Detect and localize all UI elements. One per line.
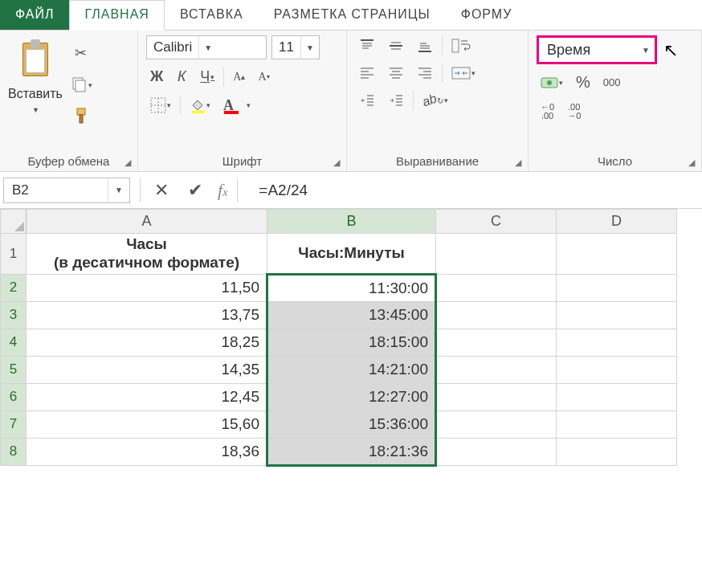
row-header-6[interactable]: 6 (1, 383, 27, 410)
row-header-1[interactable]: 1 (1, 234, 27, 275)
separator (237, 178, 238, 202)
cell-D3[interactable] (557, 301, 677, 329)
align-middle-button[interactable] (384, 35, 408, 56)
decrease-decimal-button[interactable]: .00→0 (563, 100, 585, 123)
row-header-4[interactable]: 4 (1, 329, 27, 356)
comma-style-button[interactable]: 000 (599, 73, 625, 92)
tab-formulas[interactable]: ФОРМУ (446, 0, 528, 30)
insert-function-button[interactable]: fx (218, 180, 227, 201)
orientation-button[interactable]: ab↻▾ (418, 91, 452, 110)
paste-dropdown[interactable]: ▼ (22, 104, 48, 116)
align-top-button[interactable] (355, 35, 379, 56)
alignment-launcher[interactable]: ◢ (515, 157, 521, 168)
cell-C2[interactable] (436, 274, 557, 301)
group-number-label: Число (598, 154, 632, 168)
cell-A4[interactable]: 18,25 (27, 329, 267, 356)
cell-A8[interactable]: 18,36 (27, 438, 267, 465)
fill-color-button[interactable]: ▾ (186, 95, 214, 116)
cell-B3[interactable]: 13:45:00 (267, 301, 436, 329)
row-header-7[interactable]: 7 (1, 410, 27, 438)
cell-D8[interactable] (557, 438, 677, 465)
cell-C4[interactable] (436, 329, 557, 356)
number-format-combo[interactable]: Время ▼ (537, 35, 657, 64)
cell-D1[interactable] (557, 234, 677, 275)
cell-B8[interactable]: 18:21:36 (267, 438, 436, 465)
accounting-format-button[interactable]: ▾ (537, 72, 567, 93)
worksheet-grid[interactable]: A B C D 1 Часы (в десатичном формате) Ча… (0, 209, 677, 467)
align-bottom-button[interactable] (413, 35, 437, 56)
copy-button[interactable]: ▾ (66, 74, 96, 96)
wrap-icon (451, 38, 471, 54)
cell-C1[interactable] (436, 234, 557, 275)
name-box[interactable]: B2 ▼ (3, 178, 130, 203)
cell-B2[interactable]: 11:30:00 (267, 274, 436, 301)
increase-indent-button[interactable] (384, 90, 408, 111)
number-launcher[interactable]: ◢ (688, 157, 695, 168)
enter-formula-button[interactable]: ✔ (184, 178, 206, 203)
cell-A1[interactable]: Часы (в десатичном формате) (27, 234, 267, 275)
font-launcher[interactable]: ◢ (333, 157, 340, 168)
paste-button[interactable] (15, 35, 55, 84)
row-header-2[interactable]: 2 (1, 274, 27, 301)
cell-A5[interactable]: 14,35 (27, 356, 267, 383)
tab-home[interactable]: ГЛАВНАЯ (69, 0, 164, 31)
cell-C7[interactable] (436, 410, 557, 438)
cell-D7[interactable] (557, 410, 677, 438)
clipboard-launcher[interactable]: ◢ (124, 157, 131, 168)
svg-rect-2 (77, 108, 85, 115)
cell-D2[interactable] (557, 274, 677, 301)
row-header-8[interactable]: 8 (1, 438, 27, 465)
tab-page-layout[interactable]: РАЗМЕТКА СТРАНИЦЫ (259, 0, 446, 30)
decrease-font-button[interactable]: A▾ (254, 67, 273, 87)
row-header-5[interactable]: 5 (1, 356, 27, 383)
cell-C6[interactable] (436, 383, 557, 410)
paste-label: Вставить (8, 87, 63, 101)
row-header-3[interactable]: 3 (1, 301, 27, 329)
cell-B1[interactable]: Часы:Минуты (267, 234, 436, 275)
format-painter-button[interactable] (68, 104, 94, 127)
cell-B7[interactable]: 15:36:00 (267, 410, 436, 438)
bold-button[interactable]: Ж (146, 66, 167, 88)
cut-button[interactable]: ✂ (67, 40, 96, 66)
wrap-text-button[interactable] (447, 35, 475, 56)
cell-A3[interactable]: 13,75 (27, 301, 267, 329)
font-size-combo[interactable]: 11 ▼ (271, 35, 320, 59)
select-all-corner[interactable] (1, 210, 27, 234)
font-name-combo[interactable]: Calibri ▼ (146, 35, 267, 59)
col-header-B[interactable]: B (267, 210, 436, 234)
underline-button[interactable]: Ч▾ (196, 66, 218, 88)
col-header-C[interactable]: C (436, 210, 557, 234)
cell-B6[interactable]: 12:27:00 (267, 383, 436, 410)
align-left-button[interactable] (355, 63, 379, 84)
italic-button[interactable]: К (172, 66, 191, 88)
formula-input[interactable]: =A2/24 (247, 182, 699, 199)
align-right-button[interactable] (413, 63, 437, 84)
increase-font-button[interactable]: A▴ (229, 67, 249, 87)
increase-decimal-button[interactable]: ←0.00 (537, 100, 558, 123)
cell-C3[interactable] (436, 301, 557, 329)
cell-D4[interactable] (557, 329, 677, 356)
align-right-icon (417, 65, 433, 81)
cell-C5[interactable] (436, 356, 557, 383)
tab-insert[interactable]: ВСТАВКА (165, 0, 259, 30)
cancel-formula-button[interactable]: ✕ (150, 178, 173, 203)
percent-button[interactable]: % (572, 71, 594, 94)
col-header-A[interactable]: A (27, 210, 267, 234)
cell-A7[interactable]: 15,60 (27, 410, 267, 438)
font-color-button[interactable]: A ▾ (219, 94, 255, 116)
cell-A2[interactable]: 11,50 (27, 274, 267, 301)
merge-center-button[interactable]: ▾ (447, 63, 480, 84)
cell-D6[interactable] (557, 383, 677, 410)
cell-D5[interactable] (557, 356, 677, 383)
cell-B5[interactable]: 14:21:00 (267, 356, 436, 383)
align-center-button[interactable] (384, 63, 408, 84)
cell-C8[interactable] (436, 438, 557, 465)
tab-file[interactable]: ФАЙЛ (0, 0, 69, 30)
borders-button[interactable]: ▾ (146, 95, 175, 116)
decrease-indent-button[interactable] (355, 90, 379, 111)
cell-B4[interactable]: 18:15:00 (267, 329, 436, 356)
cell-A6[interactable]: 12,45 (27, 383, 267, 410)
money-icon (541, 75, 558, 91)
col-header-D[interactable]: D (557, 210, 677, 234)
group-alignment: ▾ ab↻▾ Выравнивание ◢ (347, 31, 529, 171)
